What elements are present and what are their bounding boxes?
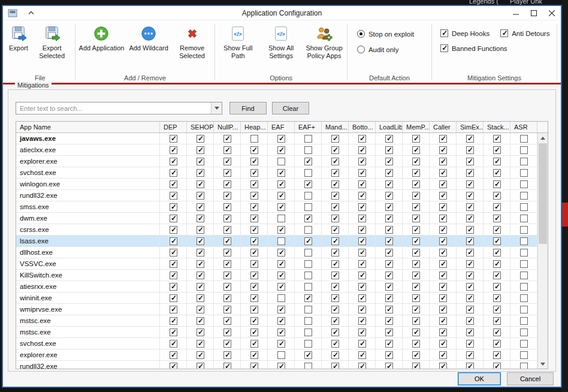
mitigation-cell[interactable] <box>295 213 322 224</box>
mitigation-cell[interactable] <box>268 361 295 369</box>
mitigation-cell[interactable] <box>160 224 187 235</box>
mitigation-cell[interactable] <box>214 236 241 246</box>
mitigation-cell[interactable] <box>160 361 187 369</box>
checkbox-checked-icon[interactable] <box>439 180 447 188</box>
mitigation-cell[interactable] <box>457 190 484 201</box>
checkbox-checked-icon[interactable] <box>439 237 447 245</box>
checkbox-checked-icon[interactable] <box>412 328 420 336</box>
mitigation-cell[interactable] <box>376 224 403 235</box>
mitigation-cell[interactable] <box>268 213 295 224</box>
mitigation-cell[interactable] <box>268 338 295 349</box>
mitigation-cell[interactable] <box>268 258 295 269</box>
mitigation-cell[interactable] <box>268 224 295 235</box>
checkbox-checked-icon[interactable] <box>412 158 420 165</box>
mitigation-cell[interactable] <box>510 327 537 337</box>
checkbox-checked-icon[interactable] <box>412 306 420 313</box>
table-row[interactable]: explorer.exe <box>16 156 548 167</box>
checkbox-checked-icon[interactable] <box>358 283 366 291</box>
checkbox-checked-icon[interactable] <box>277 260 285 268</box>
mitigation-cell[interactable] <box>349 338 376 349</box>
checkbox-checked-icon[interactable] <box>439 283 447 291</box>
checkbox-checked-icon[interactable] <box>250 146 258 154</box>
mitigation-cell[interactable] <box>376 281 403 292</box>
checkbox-checked-icon[interactable] <box>250 226 258 234</box>
column-header[interactable]: Caller <box>430 122 457 132</box>
checkbox-checked-icon[interactable] <box>493 340 501 348</box>
mitigation-cell[interactable] <box>160 213 187 224</box>
checkbox-checked-icon[interactable] <box>277 363 285 370</box>
checkbox-checked-icon[interactable] <box>197 249 204 257</box>
checkbox-checked-icon[interactable] <box>331 180 339 188</box>
checkbox-checked-icon[interactable] <box>170 351 177 359</box>
mitigation-cell[interactable] <box>510 258 537 269</box>
checkbox-checked-icon[interactable] <box>358 203 366 211</box>
mitigation-cell[interactable] <box>241 224 268 235</box>
mitigation-cell[interactable] <box>510 236 537 246</box>
mitigation-cell[interactable] <box>349 224 376 235</box>
mitigation-cell[interactable] <box>214 327 241 337</box>
checkbox-checked-icon[interactable] <box>170 294 177 302</box>
column-header[interactable]: DEP <box>160 122 187 132</box>
checkbox-unchecked-icon[interactable] <box>520 203 528 211</box>
mitigation-cell[interactable] <box>268 144 295 155</box>
checkbox-checked-icon[interactable] <box>358 237 366 245</box>
checkbox-checked-icon[interactable] <box>358 226 366 234</box>
checkbox-checked-icon[interactable] <box>197 317 204 325</box>
mitigation-cell[interactable] <box>376 258 403 269</box>
mitigation-cell[interactable] <box>295 281 322 292</box>
checkbox-unchecked-icon[interactable] <box>520 351 528 359</box>
mitigation-cell[interactable] <box>268 179 295 189</box>
checkbox-checked-icon[interactable] <box>304 237 312 245</box>
mitigation-cell[interactable] <box>376 144 403 155</box>
mitigation-cell[interactable] <box>510 156 537 167</box>
column-header[interactable]: Heap... <box>241 122 268 132</box>
mitigation-cell[interactable] <box>349 258 376 269</box>
checkbox-checked-icon[interactable] <box>197 363 204 370</box>
checkbox-checked-icon[interactable] <box>439 272 447 279</box>
mitigation-cell[interactable] <box>403 247 430 258</box>
find-button[interactable]: Find <box>229 102 267 114</box>
checkbox-unchecked-icon[interactable] <box>520 135 528 143</box>
table-row[interactable]: svchost.exe <box>16 338 548 349</box>
checkbox-checked-icon[interactable] <box>331 226 339 234</box>
mitigation-cell[interactable] <box>214 281 241 292</box>
checkbox-unchecked-icon[interactable] <box>304 249 312 257</box>
checkbox-checked-icon[interactable] <box>331 135 339 143</box>
checkbox-checked-icon[interactable] <box>223 203 231 211</box>
table-row[interactable]: mstsc.exe <box>16 327 548 338</box>
checkbox-unchecked-icon[interactable] <box>304 146 312 154</box>
mitigation-cell[interactable] <box>457 281 484 292</box>
mitigation-cell[interactable] <box>484 156 510 167</box>
mitigation-cell[interactable] <box>510 179 537 189</box>
mitigation-cell[interactable] <box>295 258 322 269</box>
mitigation-cell[interactable] <box>214 224 241 235</box>
mitigation-cell[interactable] <box>187 247 214 258</box>
mitigation-cell[interactable] <box>241 144 268 155</box>
ribbon-collapse-icon[interactable] <box>28 11 34 15</box>
mitigation-cell[interactable] <box>403 293 430 303</box>
mitigation-cell[interactable] <box>187 349 214 360</box>
checkbox-checked-icon[interactable] <box>439 328 447 336</box>
mitigation-cell[interactable] <box>295 361 322 369</box>
export-button[interactable]: Export <box>7 22 31 52</box>
checkbox-checked-icon[interactable] <box>170 260 177 268</box>
mitigation-cell[interactable] <box>241 247 268 258</box>
checkbox-unchecked-icon[interactable] <box>304 306 312 313</box>
mitigation-cell[interactable] <box>430 201 457 212</box>
checkbox-checked-icon[interactable] <box>439 169 447 177</box>
mitigation-cell[interactable] <box>430 236 457 246</box>
mitigation-cell[interactable] <box>430 315 457 326</box>
checkbox-unchecked-icon[interactable] <box>520 294 528 302</box>
checkbox-checked-icon[interactable] <box>277 135 285 143</box>
checkbox-checked-icon[interactable] <box>331 340 339 348</box>
checkbox-checked-icon[interactable] <box>250 203 258 211</box>
mitigation-cell[interactable] <box>187 236 214 246</box>
mitigation-cell[interactable] <box>187 190 214 201</box>
checkbox-checked-icon[interactable] <box>223 306 231 313</box>
checkbox-checked-icon[interactable] <box>331 249 339 257</box>
checkbox-unchecked-icon[interactable] <box>520 226 528 234</box>
checkbox-checked-icon[interactable] <box>170 226 177 234</box>
checkbox-checked-icon[interactable] <box>331 317 339 325</box>
checkbox-checked-icon[interactable] <box>466 237 474 245</box>
mitigation-cell[interactable] <box>295 224 322 235</box>
